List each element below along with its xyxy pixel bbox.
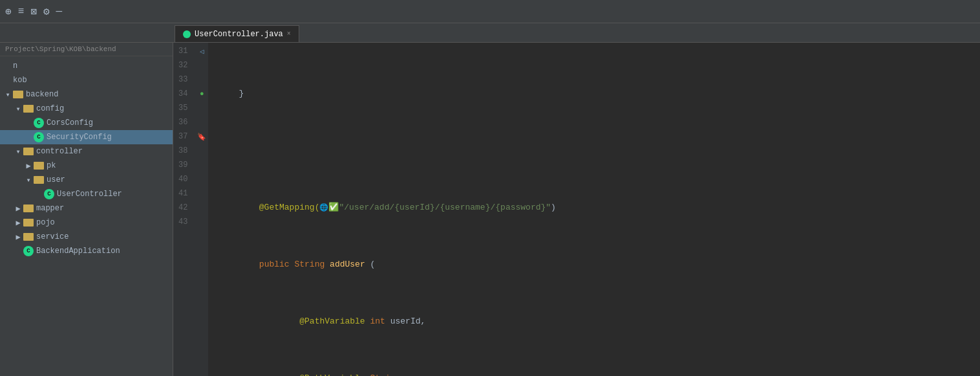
arrow-controller: ▾ <box>13 147 23 157</box>
folder-icon-controller <box>23 148 34 155</box>
label-backendapp: BackendApplication <box>36 247 173 256</box>
gutter-38 <box>195 144 208 158</box>
line33-annotation: @GetMapping( <box>218 201 319 215</box>
arrow-service: ▶ <box>13 232 23 242</box>
line-num-38: 38 <box>178 144 187 158</box>
gutter-32 <box>195 58 208 72</box>
sidebar-item-controller[interactable]: ▾ controller <box>0 144 173 159</box>
line-num-39: 39 <box>178 158 187 172</box>
line33-string: "/user/add/{userId}/{username}/{password… <box>339 201 551 215</box>
gutter-41 <box>195 186 208 201</box>
label-usercontroller: UserController <box>57 190 173 199</box>
code-editor[interactable]: 31 32 33 34 35 36 37 38 39 40 41 42 43 ◁… <box>173 43 980 376</box>
line35-annotation: @PathVariable <box>218 315 365 329</box>
arrow-pojo: ▶ <box>13 218 23 228</box>
label-pojo: pojo <box>36 218 173 227</box>
line31-brace: } <box>218 87 244 101</box>
tab-file-icon <box>183 30 191 38</box>
folder-icon-backend <box>13 91 23 98</box>
gutter-34: ● <box>195 87 208 101</box>
code-line-33: @GetMapping(🌐✅"/user/add/{userId}/{usern… <box>218 201 980 215</box>
line35-param: userId, <box>385 315 425 329</box>
line34-public: public <box>259 258 290 272</box>
sidebar-tree[interactable]: n kob ▾ backend ▾ config <box>0 56 173 376</box>
line-num-43: 43 <box>178 215 187 229</box>
folder-icon-pojo <box>23 219 34 227</box>
gutter-36 <box>195 115 208 129</box>
icon-list[interactable]: ≡ <box>18 6 25 17</box>
code-content[interactable]: } @GetMapping(🌐✅"/user/add/{userId}/{use… <box>208 43 980 376</box>
gutter: ◁ ● 🔖 <box>195 43 208 376</box>
folder-icon-user <box>34 176 44 184</box>
line-num-34: 34 <box>178 87 187 101</box>
toolbar: ⊕ ≡ ⊠ ⚙ — <box>0 0 980 23</box>
gutter-31: ◁ <box>195 44 208 58</box>
icon-gear[interactable]: ⚙ <box>43 5 50 18</box>
sidebar-item-backend[interactable]: ▾ backend <box>0 87 173 102</box>
label-corsconfig: CorsConfig <box>47 118 173 127</box>
sidebar-item-config[interactable]: ▾ config <box>0 102 173 116</box>
arrow-mapper: ▶ <box>13 204 23 214</box>
icon-minus[interactable]: — <box>56 6 63 17</box>
label-n: n <box>13 61 173 71</box>
file-icon-securityconfig: C <box>34 132 44 142</box>
code-line-36: @PathVariable String username, <box>218 371 980 376</box>
line36-annotation: @PathVariable <box>218 371 365 376</box>
line36-sp <box>365 371 370 376</box>
line-num-40: 40 <box>178 172 187 186</box>
line34-spaces <box>218 258 259 272</box>
arrow-backend: ▾ <box>3 90 13 100</box>
line-num-31: 31 <box>178 44 187 58</box>
line-num-42: 42 <box>178 201 187 215</box>
label-pk: pk <box>47 161 173 170</box>
gutter-33 <box>195 72 208 87</box>
sidebar-item-pk[interactable]: ▶ pk <box>0 159 173 173</box>
folder-icon-config <box>23 105 34 113</box>
line33-close: ) <box>551 201 556 215</box>
code-line-31: } <box>218 87 980 101</box>
arrow-pk: ▶ <box>23 161 34 171</box>
line-num-41: 41 <box>178 186 187 201</box>
tab-usercontroller[interactable]: UserController.java × <box>175 25 299 42</box>
sidebar-item-service[interactable]: ▶ service <box>0 230 173 244</box>
sidebar-item-user[interactable]: ▾ user <box>0 173 173 187</box>
gutter-37: 🔖 <box>195 129 208 144</box>
sidebar-item-securityconfig[interactable]: C SecurityConfig <box>0 130 173 144</box>
label-config: config <box>36 104 173 113</box>
sidebar-item-backendapp[interactable]: C BackendApplication <box>0 244 173 258</box>
folder-icon-service <box>23 233 34 241</box>
arrow-config: ▾ <box>13 104 23 114</box>
gutter-35 <box>195 101 208 115</box>
sidebar-item-n[interactable]: n <box>0 59 173 73</box>
label-backend: backend <box>26 90 173 99</box>
label-service: service <box>36 232 173 241</box>
line-num-32: 32 <box>178 58 187 72</box>
line36-param: username, <box>400 371 451 376</box>
line34-paren: ( <box>365 258 376 272</box>
line33-check: ✅ <box>328 201 339 215</box>
tab-close-button[interactable]: × <box>287 30 291 38</box>
line-num-37: 37 <box>178 129 187 144</box>
line-num-33: 33 <box>178 72 187 87</box>
file-icon-backendapp: C <box>23 246 34 256</box>
line34-sp2 <box>325 258 330 272</box>
line36-string: String <box>370 371 400 376</box>
code-line-35: @PathVariable int userId, <box>218 315 980 329</box>
arrow-user: ▾ <box>23 175 34 185</box>
gutter-42 <box>195 201 208 215</box>
sidebar-item-pojo[interactable]: ▶ pojo <box>0 216 173 230</box>
folder-icon-pk <box>34 162 44 170</box>
tab-filename: UserController.java <box>195 30 283 39</box>
label-user: user <box>47 175 173 184</box>
sidebar-path: Project\Spring\KOB\backend <box>0 43 173 56</box>
sidebar-item-usercontroller[interactable]: C UserController <box>0 187 173 201</box>
gutter-40 <box>195 172 208 186</box>
icon-circle-arrow[interactable]: ⊕ <box>5 5 12 18</box>
sidebar-item-kob[interactable]: kob <box>0 73 173 87</box>
label-controller: controller <box>36 147 173 156</box>
label-kob: kob <box>13 76 173 85</box>
folder-icon-mapper <box>23 205 34 212</box>
sidebar-item-corsconfig[interactable]: C CorsConfig <box>0 116 173 130</box>
icon-cross[interactable]: ⊠ <box>30 5 37 18</box>
sidebar-item-mapper[interactable]: ▶ mapper <box>0 201 173 216</box>
